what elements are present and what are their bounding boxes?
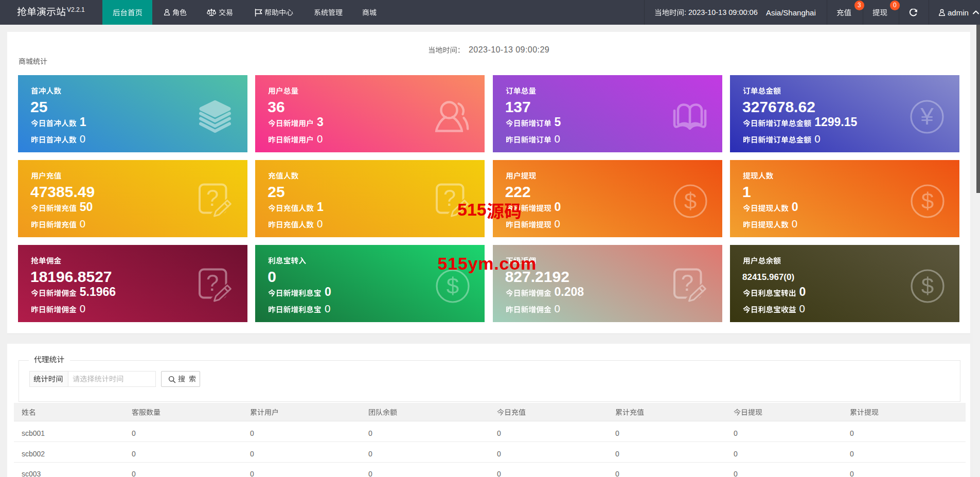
svg-text:?: ? [206, 185, 219, 210]
svg-text:$: $ [447, 273, 459, 298]
svg-text:?: ? [443, 185, 456, 210]
svg-text:$: $ [921, 273, 934, 298]
svg-text:¥: ¥ [920, 103, 934, 130]
svg-text:$: $ [921, 188, 934, 214]
svg-text:$: $ [684, 188, 696, 214]
svg-text:?: ? [681, 270, 693, 295]
svg-text:?: ? [206, 270, 219, 295]
